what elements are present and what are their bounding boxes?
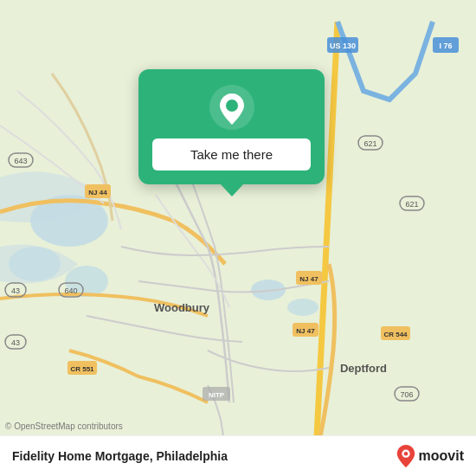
svg-text:CR 551: CR 551: [70, 365, 94, 373]
svg-point-5: [287, 299, 318, 316]
svg-text:NJ 47: NJ 47: [296, 327, 315, 335]
moovit-logo: moovit: [396, 445, 464, 467]
svg-text:NJ 44: NJ 44: [88, 189, 107, 196]
svg-text:US 130: US 130: [330, 42, 356, 50]
moovit-text: moovit: [419, 448, 464, 464]
svg-point-41: [403, 452, 408, 456]
location-name: Fidelity Home Mortgage, Philadelphia: [12, 449, 228, 463]
bottom-bar: Fidelity Home Mortgage, Philadelphia moo…: [0, 435, 476, 476]
location-city-text: Philadelphia: [156, 449, 227, 463]
svg-text:NJ 47: NJ 47: [299, 275, 318, 283]
svg-text:43: 43: [11, 286, 20, 295]
osm-credit: © OpenStreetMap contributors: [5, 421, 123, 431]
map-container: US 130 I 76 643 621 NJ 44 621 NJ 47 43 6…: [0, 0, 476, 476]
svg-text:Woodbury: Woodbury: [154, 301, 210, 314]
moovit-pin-icon: [396, 445, 415, 467]
svg-text:643: 643: [14, 157, 27, 165]
svg-point-39: [226, 100, 238, 112]
popup-card: Take me there: [138, 69, 325, 184]
svg-text:640: 640: [64, 286, 77, 295]
svg-text:I 76: I 76: [439, 42, 452, 50]
svg-text:Deptford: Deptford: [340, 362, 387, 375]
svg-text:706: 706: [400, 390, 413, 399]
svg-text:621: 621: [363, 139, 376, 148]
svg-text:621: 621: [405, 200, 418, 209]
svg-text:CR 544: CR 544: [383, 331, 408, 338]
svg-text:43: 43: [11, 338, 20, 347]
bottom-info: Fidelity Home Mortgage, Philadelphia: [12, 449, 228, 463]
take-me-there-button[interactable]: Take me there: [152, 138, 311, 170]
location-name-text: Fidelity Home Mortgage,: [12, 449, 153, 463]
svg-text:NITP: NITP: [209, 391, 225, 399]
location-pin-icon: [209, 85, 254, 130]
